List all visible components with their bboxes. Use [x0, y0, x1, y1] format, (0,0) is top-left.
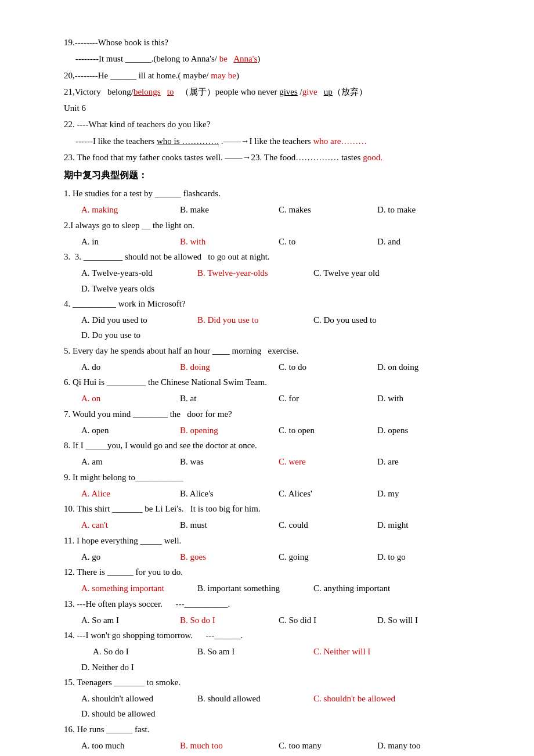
- line-21: 21,Victory belong/belongs to （属于）people …: [64, 84, 488, 99]
- q7: 7. Would you mind ________ the door for …: [64, 406, 488, 422]
- line-23: 23. The food that my father cooks tastes…: [64, 150, 488, 165]
- q3: 3. 3. _________ should not be allowed to…: [64, 249, 488, 264]
- line-20: 20,--------He ______ ill at home.( maybe…: [64, 68, 488, 83]
- line-22b: ------I like the teachers who is …………. .…: [64, 134, 488, 149]
- q10: 10. This shirt _______ be Li Lei's. It i…: [64, 501, 488, 516]
- q5-choices: A. do B. doing C. to do D. on doing: [64, 359, 488, 375]
- q11-choices: A. go B. goes C. going D. to go: [64, 549, 488, 564]
- q16-choices: A. too much B. much too C. too many D. m…: [64, 738, 488, 753]
- q1-choices: A. making B. make C. makes D. to make: [64, 202, 488, 217]
- review-title: 期中复习典型例题：: [64, 167, 488, 183]
- q2-choices: A. in B. with C. to D. and: [64, 234, 488, 249]
- q6: 6. Qi Hui is _________ the Chinese Natio…: [64, 375, 488, 390]
- q4-choices: A. Did you used to B. Did you use to C. …: [64, 312, 488, 343]
- q7-choices: A. open B. opening C. to open D. opens: [64, 423, 488, 438]
- line-22: 22. ----What kind of teachers do you lik…: [64, 117, 488, 132]
- q11: 11. I hope everything _____ well.: [64, 533, 488, 548]
- q14-choices: A. So do I B. So am I C. Neither will I …: [64, 644, 488, 675]
- q5: 5. Every day he spends about half an hou…: [64, 343, 488, 358]
- line-19b: --------It must ______.(belong to Anna's…: [64, 51, 488, 66]
- q15-choices: A. shouldn't allowed B. should allowed C…: [64, 691, 488, 722]
- q15: 15. Teenagers _______ to smoke.: [64, 675, 488, 690]
- q13-choices: A. So am I B. So do I C. So did I D. So …: [64, 613, 488, 628]
- q17a: 17. He has _____ money, so he doesn't kn…: [64, 753, 488, 756]
- q9: 9. It might belong to___________: [64, 470, 488, 485]
- q8: 8. If I _____you, I would go and see the…: [64, 438, 488, 453]
- q12-choices: A. something important B. important some…: [64, 581, 488, 596]
- q9-choices: A. Alice B. Alice's C. Alices' D. my: [64, 486, 488, 501]
- q14: 14. ---I won't go shopping tomorrow. ---…: [64, 628, 488, 643]
- page-content: 19.--------Whose book is this? --------I…: [64, 35, 488, 756]
- q8-choices: A. am B. was C. were D. are: [64, 454, 488, 469]
- q12: 12. There is ______ for you to do.: [64, 564, 488, 579]
- line-19: 19.--------Whose book is this?: [64, 35, 488, 50]
- unit6-label: Unit 6: [64, 100, 488, 116]
- q13: 13. ---He often plays soccer. ---_______…: [64, 596, 488, 611]
- q6-choices: A. on B. at C. for D. with: [64, 391, 488, 406]
- q3-choices: A. Twelve-years-old B. Twelve-year-olds …: [64, 265, 488, 296]
- q1: 1. He studies for a test by ______ flash…: [64, 186, 488, 201]
- q4: 4. __________ work in Microsoft?: [64, 296, 488, 311]
- q2: 2.I always go to sleep __ the light on.: [64, 218, 488, 233]
- q16: 16. He runs ______ fast.: [64, 722, 488, 737]
- q10-choices: A. can't B. must C. could D. might: [64, 517, 488, 532]
